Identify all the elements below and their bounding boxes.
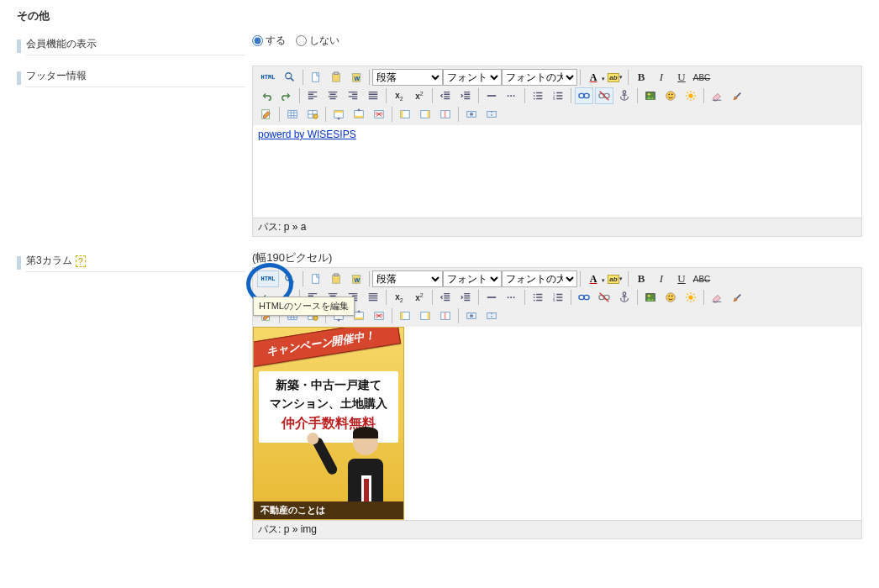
zoom-icon[interactable] [281, 270, 299, 287]
new-doc-icon[interactable] [307, 270, 325, 287]
indent-button[interactable] [456, 289, 475, 306]
svg-point-26 [668, 93, 670, 95]
outdent-button[interactable] [436, 289, 455, 306]
svg-rect-133 [444, 312, 446, 320]
col-delete-icon[interactable] [436, 106, 455, 123]
italic-button[interactable]: I [652, 69, 671, 86]
footer-content-link[interactable]: powerd by WISESIPS [258, 129, 356, 140]
html-source-button[interactable]: HTML [257, 69, 279, 86]
svg-rect-84 [579, 295, 584, 299]
format-select[interactable]: 段落 [372, 69, 443, 86]
ol-button[interactable]: 123 [549, 87, 567, 104]
html-source-button[interactable]: HTML [257, 270, 279, 287]
unlink-button[interactable] [595, 87, 613, 104]
svg-rect-4 [334, 72, 338, 75]
image-button[interactable] [641, 87, 660, 104]
brush-button[interactable] [728, 87, 746, 104]
link-button[interactable] [575, 289, 593, 306]
forecolor-button[interactable]: A [584, 270, 603, 287]
image-button[interactable] [641, 289, 660, 306]
hilite-button[interactable]: ab▾ [606, 69, 624, 86]
radio-do[interactable] [252, 35, 263, 46]
emoji-button[interactable] [661, 289, 680, 306]
row-delete-icon[interactable] [370, 106, 388, 123]
strike-button[interactable]: ABC [692, 270, 711, 287]
table-props-icon[interactable] [303, 106, 322, 123]
font-select[interactable]: フォント [443, 270, 502, 287]
hr-button[interactable] [482, 87, 501, 104]
anchor-button[interactable] [615, 289, 634, 306]
ul-button[interactable] [529, 289, 547, 306]
subscript-button[interactable]: x2 [390, 87, 408, 104]
ol-button[interactable]: 123 [549, 289, 567, 306]
indent-button[interactable] [456, 87, 475, 104]
split-cells-icon[interactable] [482, 106, 501, 123]
underline-button[interactable]: U [672, 270, 691, 287]
eraser-button[interactable] [708, 87, 726, 104]
align-center-button[interactable] [324, 87, 342, 104]
svg-text:W: W [354, 76, 360, 81]
editor-content-third-col[interactable]: キャンペーン開催中！ 新築・中古一戸建て マンション、土地購入 仲介手数料無料 [253, 327, 861, 520]
link-button[interactable] [575, 87, 593, 104]
table-button[interactable] [283, 106, 302, 123]
align-left-button[interactable] [303, 87, 322, 104]
row-delete-icon[interactable] [370, 307, 388, 324]
outdent-button[interactable] [436, 87, 455, 104]
ul-button[interactable] [529, 87, 547, 104]
format-select[interactable]: 段落 [372, 270, 443, 287]
eraser-button[interactable] [708, 289, 726, 306]
svg-rect-85 [584, 295, 589, 299]
merge-cells-icon[interactable] [462, 106, 481, 123]
paste-word-icon[interactable]: W [347, 69, 366, 86]
hr-dashed-button[interactable] [503, 87, 521, 104]
row-before-icon[interactable] [329, 106, 348, 123]
col-after-icon[interactable] [416, 307, 434, 324]
bold-button[interactable]: B [632, 270, 650, 287]
undo-button[interactable] [257, 87, 276, 104]
align-justify-button[interactable] [364, 87, 382, 104]
emoji-button[interactable] [661, 87, 680, 104]
paste-text-icon[interactable] [327, 69, 345, 86]
merge-cells-icon[interactable] [462, 307, 481, 324]
new-doc-icon[interactable] [307, 69, 325, 86]
paste-word-icon[interactable]: W [347, 270, 366, 287]
underline-button[interactable]: U [672, 69, 691, 86]
editor-content-footer[interactable]: powerd by WISESIPS [253, 125, 861, 218]
font-select[interactable]: フォント [443, 69, 502, 86]
col-delete-icon[interactable] [436, 307, 455, 324]
superscript-button[interactable]: x2 [410, 289, 429, 306]
bold-button[interactable]: B [632, 69, 650, 86]
radio-dont[interactable] [296, 35, 307, 46]
italic-button[interactable]: I [652, 270, 671, 287]
redo-button[interactable] [277, 87, 296, 104]
col-before-icon[interactable] [396, 307, 414, 324]
help-icon[interactable]: ? [76, 255, 86, 267]
hr-button[interactable] [482, 289, 501, 306]
svg-line-104 [687, 300, 688, 301]
split-cells-icon[interactable] [482, 307, 501, 324]
sun-icon[interactable] [682, 289, 700, 306]
radio-do-label[interactable]: する [252, 34, 286, 48]
unlink-button[interactable] [595, 289, 613, 306]
superscript-button[interactable]: x2 [410, 87, 429, 104]
zoom-icon[interactable] [281, 69, 299, 86]
subscript-button[interactable]: x2 [390, 289, 408, 306]
hilite-button[interactable]: ab▾ [606, 270, 624, 287]
svg-rect-15 [579, 93, 584, 97]
anchor-button[interactable] [615, 87, 634, 104]
row-after-icon[interactable] [350, 106, 368, 123]
align-justify-button[interactable] [364, 289, 382, 306]
radio-dont-label[interactable]: しない [296, 34, 339, 48]
brush-button[interactable] [728, 289, 746, 306]
align-right-button[interactable] [344, 87, 362, 104]
edit-doc-icon[interactable] [257, 106, 276, 123]
col-after-icon[interactable] [416, 106, 434, 123]
sun-icon[interactable] [682, 87, 700, 104]
forecolor-button[interactable]: A [584, 69, 603, 86]
hr-dashed-button[interactable] [503, 289, 521, 306]
paste-text-icon[interactable] [327, 270, 345, 287]
strike-button[interactable]: ABC [692, 69, 711, 86]
font-size-select[interactable]: フォントの大き [502, 270, 577, 287]
col-before-icon[interactable] [396, 106, 414, 123]
font-size-select[interactable]: フォントの大き [502, 69, 577, 86]
